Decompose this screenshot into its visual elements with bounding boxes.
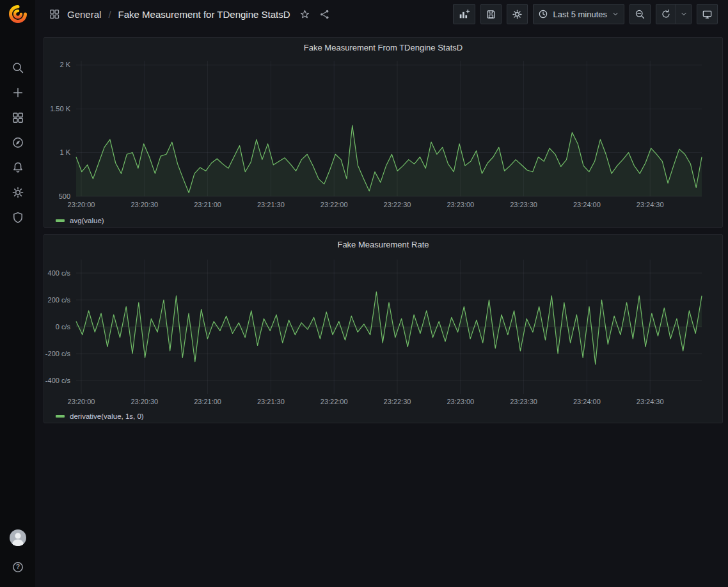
refresh-button-group xyxy=(656,4,692,24)
sidebar-item-explore[interactable] xyxy=(4,130,31,155)
add-panel-button[interactable] xyxy=(453,4,475,24)
kiosk-mode-button[interactable] xyxy=(697,4,718,24)
svg-text:23:24:30: 23:24:30 xyxy=(637,398,664,405)
svg-text:200 c/s: 200 c/s xyxy=(48,296,71,304)
save-icon xyxy=(486,9,496,20)
save-dashboard-button[interactable] xyxy=(480,4,502,24)
topbar: General / Fake Measurement for TDengine … xyxy=(35,0,728,28)
refresh-icon xyxy=(661,9,671,19)
svg-text:23:22:30: 23:22:30 xyxy=(384,398,411,405)
svg-text:500: 500 xyxy=(59,192,70,200)
svg-text:23:21:30: 23:21:30 xyxy=(257,201,285,208)
legend-label: avg(value) xyxy=(70,217,104,224)
svg-text:1.50 K: 1.50 K xyxy=(50,105,70,113)
grafana-logo[interactable] xyxy=(8,4,28,24)
svg-text:-400 c/s: -400 c/s xyxy=(45,377,71,384)
question-circle-icon: ? xyxy=(12,561,24,574)
breadcrumb-separator: / xyxy=(108,9,111,20)
star-icon xyxy=(299,9,310,20)
svg-text:-200 c/s: -200 c/s xyxy=(45,350,71,357)
svg-text:400 c/s: 400 c/s xyxy=(48,269,71,277)
bell-icon xyxy=(12,161,24,174)
panel-title[interactable]: Fake Measurement From TDengine StatsD xyxy=(44,38,722,57)
legend-item[interactable]: derivative(value, 1s, 0) xyxy=(44,407,722,423)
refresh-dashboard-button[interactable] xyxy=(656,4,676,24)
svg-text:23:20:30: 23:20:30 xyxy=(131,398,158,405)
series-color-swatch xyxy=(56,219,65,222)
grafana-app: ? General / Fake Measurement for TDengin… xyxy=(0,0,728,587)
share-icon xyxy=(319,9,330,20)
svg-text:23:21:30: 23:21:30 xyxy=(257,398,285,405)
panel-fake-measurement: Fake Measurement From TDengine StatsD 2 … xyxy=(44,37,723,228)
svg-text:23:21:00: 23:21:00 xyxy=(194,398,221,405)
legend-item[interactable]: avg(value) xyxy=(44,212,722,227)
sidebar-item-help[interactable]: ? xyxy=(4,554,31,579)
grafana-flame-icon xyxy=(8,4,28,24)
panel-title[interactable]: Fake Measurement Rate xyxy=(44,235,722,254)
svg-text:2 K: 2 K xyxy=(59,61,70,68)
svg-text:23:24:30: 23:24:30 xyxy=(637,201,664,208)
clock-icon xyxy=(538,9,548,19)
panel-fake-measurement-rate: Fake Measurement Rate 400 c/s200 c/s0 c/… xyxy=(44,234,723,423)
title-actions xyxy=(299,9,330,20)
apps-icon xyxy=(49,8,60,20)
breadcrumb: General / Fake Measurement for TDengine … xyxy=(49,8,290,20)
share-dashboard-button[interactable] xyxy=(319,9,330,20)
svg-text:23:23:00: 23:23:00 xyxy=(447,201,474,208)
time-range-picker[interactable]: Last 5 minutes xyxy=(533,4,624,24)
svg-text:23:23:00: 23:23:00 xyxy=(447,398,474,405)
plus-icon xyxy=(12,86,24,99)
avatar xyxy=(10,529,26,546)
svg-text:23:22:30: 23:22:30 xyxy=(384,201,411,208)
shield-icon xyxy=(12,211,24,224)
svg-text:1 K: 1 K xyxy=(59,148,70,156)
timeseries-chart-avg-value[interactable]: 2 K1.50 K1 K50023:20:0023:20:3023:21:002… xyxy=(44,57,722,212)
sidebar: ? xyxy=(0,0,35,587)
svg-text:23:20:30: 23:20:30 xyxy=(131,201,158,208)
time-range-label: Last 5 minutes xyxy=(553,10,607,19)
dashboards-grid-icon xyxy=(12,111,24,124)
svg-text:23:23:30: 23:23:30 xyxy=(510,201,537,208)
sidebar-item-server-admin[interactable] xyxy=(4,205,31,230)
dashboard-content: Fake Measurement From TDengine StatsD 2 … xyxy=(35,28,728,587)
dashboard-settings-button[interactable] xyxy=(507,4,528,24)
legend-label: derivative(value, 1s, 0) xyxy=(70,412,144,420)
svg-text:23:24:00: 23:24:00 xyxy=(573,398,601,405)
svg-text:23:24:00: 23:24:00 xyxy=(573,201,601,208)
svg-text:?: ? xyxy=(15,563,19,570)
sidebar-item-profile[interactable] xyxy=(10,529,26,546)
zoom-out-time-button[interactable] xyxy=(629,4,651,24)
timeseries-chart-derivative[interactable]: 400 c/s200 c/s0 c/s-200 c/s-400 c/s23:20… xyxy=(44,254,722,407)
sidebar-item-dashboards[interactable] xyxy=(4,105,31,130)
sidebar-item-create[interactable] xyxy=(4,80,31,105)
series-color-swatch xyxy=(56,415,65,418)
chevron-down-icon xyxy=(680,10,688,18)
svg-text:23:20:00: 23:20:00 xyxy=(68,201,95,208)
add-panel-icon xyxy=(458,8,470,20)
svg-text:23:22:00: 23:22:00 xyxy=(320,201,348,208)
svg-text:0 c/s: 0 c/s xyxy=(56,323,71,331)
breadcrumb-folder[interactable]: General xyxy=(67,9,101,20)
svg-text:23:22:00: 23:22:00 xyxy=(320,398,348,405)
compass-icon xyxy=(12,136,24,149)
sidebar-item-configuration[interactable] xyxy=(4,180,31,205)
monitor-icon xyxy=(702,9,713,20)
star-dashboard-button[interactable] xyxy=(299,9,310,20)
search-icon xyxy=(12,61,24,74)
dashboard-title[interactable]: Fake Measurement for TDengine StatsD xyxy=(118,9,290,20)
gear-icon xyxy=(512,9,523,20)
gear-icon xyxy=(12,186,24,199)
zoom-out-icon xyxy=(635,9,645,20)
chevron-down-icon xyxy=(612,10,619,18)
toolbar: Last 5 minutes xyxy=(453,4,718,24)
svg-text:23:20:00: 23:20:00 xyxy=(68,398,95,405)
svg-text:23:23:30: 23:23:30 xyxy=(510,398,537,405)
sidebar-item-alerting[interactable] xyxy=(4,155,31,180)
sidebar-item-search[interactable] xyxy=(4,55,31,80)
svg-text:23:21:00: 23:21:00 xyxy=(194,201,221,208)
refresh-interval-dropdown[interactable] xyxy=(676,4,692,24)
